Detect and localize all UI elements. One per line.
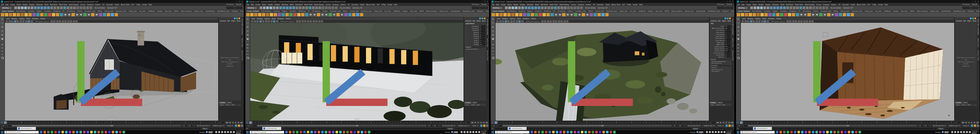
shelf-icon-13[interactable] [542,13,546,16]
status-icon-0[interactable] [505,6,508,9]
status-icon-20[interactable] [80,6,82,9]
menu-bonus-tools[interactable]: Bonus Tools [366,3,375,6]
shelf-icon-0[interactable] [246,13,250,16]
shelf-icon-18[interactable] [562,13,565,16]
status-icon-10[interactable] [783,6,786,9]
shelf-tab-painteffects-user[interactable]: PaintEffects_User [953,10,965,12]
channel-menu-show[interactable]: Show [973,20,977,22]
playback-button-3[interactable]: ▶ [235,121,237,124]
shelf-tab-fx[interactable]: FX [308,10,310,12]
colorspace-dropdown[interactable]: sRGB gamma (legacy) [524,20,541,22]
shelf-icon-3[interactable] [749,13,752,16]
shelf-icon-29[interactable] [851,13,854,16]
playback-end-field[interactable]: 120 [673,125,678,127]
show-desktop-button[interactable] [487,131,488,134]
shelf-icon-27[interactable] [598,13,601,16]
rail-tab-modeling-toolkit[interactable]: Modeling Toolkit [242,50,243,60]
output-node[interactable]: materialInfo1 [710,71,731,73]
rail-tab-modeling-toolkit[interactable]: Modeling Toolkit [732,50,734,60]
shelf-icon-27[interactable] [843,13,846,16]
status-icon-2[interactable] [266,6,269,9]
menu-generate[interactable]: Generate [352,3,358,6]
playback-button-4[interactable]: ▶| [728,121,731,124]
channel-value[interactable]: off [725,25,731,27]
shelf-icon-19[interactable]: M [811,13,815,16]
menu-v-ray[interactable]: V-Ray [627,3,631,6]
tab-display[interactable]: Display [219,101,226,104]
menu-edit-mesh[interactable]: Edit Mesh [50,3,57,6]
playback-button-3[interactable]: ▶ [480,121,482,124]
taskbar-app-icon-13[interactable] [332,131,334,133]
status-icon-8[interactable] [531,6,534,9]
status-icon-13[interactable] [57,6,59,9]
viewport-toolbar-icon-4[interactable] [508,20,510,22]
rail-tab-channel-box[interactable]: Channel Box / Layer Editor [732,19,734,35]
menu-edit[interactable]: Edit [496,3,499,6]
minimize-button[interactable]: – [727,0,728,3]
menu-display[interactable]: Display [520,3,525,6]
taskbar-app-icon-14[interactable] [90,131,93,133]
selection-field[interactable] [226,6,234,9]
scale-tool-icon[interactable]: ▣ [1,37,4,41]
shelf-icon-6[interactable] [760,13,764,16]
current-time-field[interactable]: 1 [710,121,715,124]
menu-edit[interactable]: Edit [741,3,745,6]
menu-select[interactable]: Select [17,3,21,6]
shelf-tab-hair-user[interactable]: Hair_User [655,10,662,12]
shelf-tab-animation[interactable]: Animation [780,10,787,12]
menu-curves[interactable]: Curves [816,3,822,6]
shelf-icon-4[interactable] [262,13,265,16]
viewport-toolbar-icon-13[interactable] [59,20,61,22]
desktop-toolbar-label[interactable]: Desktop [200,131,205,133]
status-icon-13[interactable] [793,6,795,9]
script-icon[interactable] [974,125,976,127]
panel-menu-lighting[interactable]: Lighting [19,18,24,20]
shelf-tab-oceanrender[interactable]: OceanRender [205,10,215,12]
tray-icon-3[interactable] [960,131,962,133]
playback-button-0[interactable]: |◀◀ [471,121,473,124]
status-icon-7[interactable] [528,6,530,9]
shelf-tab-animation[interactable]: Animation [44,10,51,12]
status-icon-7[interactable] [283,6,285,9]
shelf-tab-fx-caching[interactable]: FX Caching [67,10,75,12]
status-icon-4[interactable] [27,6,30,9]
viewport-toolbar-icon-4[interactable] [752,20,755,22]
viewport-toolbar-icon-18[interactable] [809,20,811,22]
menuset-dropdown[interactable]: Modeling▼ [492,6,503,9]
taskbar-app-icon-21[interactable] [361,131,363,133]
shelf-tab-mash[interactable]: MASH [910,10,915,12]
viewport-toolbar-icon-9[interactable] [521,20,523,22]
playback-end-field[interactable]: 120 [427,125,432,127]
shelf-tab-gozbrush[interactable]: GoZBrush [639,10,646,12]
help-icon[interactable]: ? [1,128,3,130]
viewport-toolbar-icon-17[interactable] [315,20,318,22]
rail-tab-attribute-editor[interactable]: Attribute Editor [487,38,488,47]
update-view-icon[interactable] [971,125,973,127]
status-icon-12[interactable] [544,6,547,9]
taskbar-app-icon-17[interactable] [592,131,594,133]
status-icon-6[interactable] [525,6,527,9]
viewport-toolbar-icon-13[interactable] [795,20,797,22]
status-icon-14[interactable] [305,6,308,9]
shelf-icon-10[interactable] [285,13,289,16]
status-icon-23[interactable] [335,6,337,9]
shelf-icon-2[interactable] [254,13,258,16]
sidebar-icon-2[interactable] [974,17,976,19]
symmetry-label[interactable]: Symmetry: Off [843,7,853,9]
shelf-icon-14[interactable] [792,13,795,16]
shelf-icon-14[interactable] [547,13,550,16]
menu-file[interactable]: File [1,3,4,6]
shelf-tab-rigging[interactable]: Rigging [773,10,778,12]
viewport-toolbar-icon-17[interactable] [70,20,72,22]
popup-close-button[interactable]: × [525,127,526,130]
menu-help[interactable]: Help [148,3,151,6]
taskbar-app-icon-5[interactable] [303,131,306,133]
shelf-icon-2[interactable] [745,13,748,16]
menu-mesh-display[interactable]: Mesh Display [560,3,570,6]
fps-dropdown[interactable]: 24 fps▼ [717,125,725,127]
taskbar-app-icon-9[interactable] [318,131,320,133]
shelf-icon-7[interactable] [274,13,277,16]
shelf-icon-14[interactable] [301,13,304,16]
shelf-icon-29[interactable] [360,13,363,16]
taskbar-app-icon-7[interactable] [310,131,313,133]
